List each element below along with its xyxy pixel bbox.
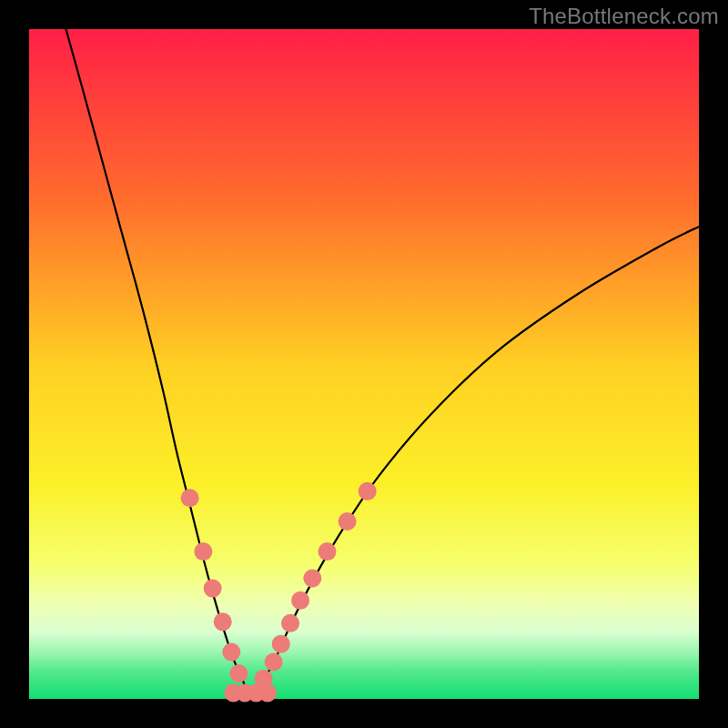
bottleneck-chart: [0, 0, 728, 728]
marker-11: [265, 653, 283, 672]
marker-1: [194, 542, 212, 561]
plot-background: [29, 29, 699, 699]
chart-frame: { "watermark": "TheBottleneck.com", "cha…: [0, 0, 728, 728]
marker-14: [291, 592, 309, 610]
marker-0: [181, 489, 199, 507]
marker-16: [318, 542, 337, 561]
marker-2: [204, 580, 222, 598]
marker-10: [255, 670, 273, 688]
marker-17: [339, 512, 357, 531]
marker-4: [222, 642, 240, 661]
marker-13: [281, 614, 299, 632]
marker-5: [229, 664, 248, 682]
marker-12: [272, 635, 290, 653]
marker-18: [359, 482, 377, 500]
watermark-text: TheBottleneck.com: [529, 4, 719, 29]
marker-3: [214, 612, 232, 631]
marker-15: [303, 570, 321, 588]
